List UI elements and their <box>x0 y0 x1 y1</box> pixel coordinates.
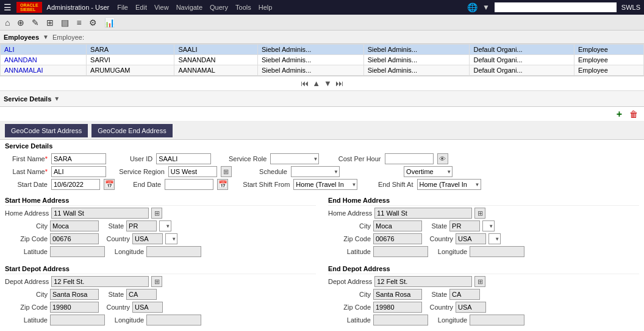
start-home-state-input[interactable] <box>126 220 157 231</box>
end-home-state-input[interactable] <box>449 220 480 231</box>
end-depot-zip-input[interactable] <box>373 302 422 313</box>
nav-last-icon[interactable]: ⏭ <box>335 79 343 88</box>
toolbar-chart-icon[interactable]: 📊 <box>102 16 117 29</box>
toolbar-new-icon[interactable]: ⊕ <box>15 16 27 29</box>
end-home-address-input[interactable] <box>374 208 472 219</box>
end-home-zip-input[interactable] <box>373 233 422 244</box>
toolbar-home-icon[interactable]: ⌂ <box>2 16 12 29</box>
cost-per-hour-input[interactable] <box>385 153 434 164</box>
hamburger-icon[interactable]: ☰ <box>4 2 12 12</box>
start-home-address-lookup-btn[interactable]: ⊞ <box>151 208 162 219</box>
end-date-input[interactable] <box>165 179 213 190</box>
start-home-zip-input[interactable] <box>50 233 99 244</box>
start-date-input[interactable] <box>51 179 100 190</box>
app-title: Administration - User <box>47 4 110 11</box>
end-depot-address-lookup-btn[interactable]: ⊞ <box>474 276 485 287</box>
employee-last-name-link[interactable]: ALI <box>4 46 15 53</box>
add-record-button[interactable]: + <box>614 107 624 121</box>
start-home-country-input[interactable] <box>132 233 163 244</box>
start-depot-city-input[interactable] <box>50 289 99 300</box>
section-dropdown-arrow[interactable]: ▼ <box>54 95 60 102</box>
schedule-select[interactable] <box>291 166 340 177</box>
end-home-country-label: Country <box>429 235 453 242</box>
first-name-input[interactable] <box>51 153 106 164</box>
toolbar-menu-icon[interactable]: ≡ <box>74 16 84 29</box>
menu-bar: File Edit View Navigate Query Tools Help <box>114 2 275 12</box>
delete-record-button[interactable]: 🗑 <box>627 108 640 120</box>
geocode-start-button[interactable]: GeoCode Start Address <box>5 124 88 137</box>
end-depot-longitude-input[interactable] <box>470 315 524 326</box>
start-depot-state-input[interactable] <box>126 289 157 300</box>
table-cell: Employee <box>574 65 643 76</box>
employee-sub-label: Employee: <box>52 34 84 41</box>
start-depot-zip-input[interactable] <box>50 302 99 313</box>
search-input[interactable] <box>495 2 617 12</box>
start-home-address-input[interactable] <box>51 208 149 219</box>
toolbar-columns-icon[interactable]: ⚙ <box>87 16 99 29</box>
nav-first-icon[interactable]: ⏮ <box>301 79 309 88</box>
end-home-city-input[interactable] <box>373 220 422 231</box>
menu-edit[interactable]: Edit <box>132 2 150 12</box>
table-row[interactable]: ALI SARA SAALI Siebel Adminis... Siebel … <box>1 45 644 55</box>
employee-last-name-link[interactable]: ANNAMALAI <box>4 67 43 74</box>
section-title: Service Details <box>4 95 51 103</box>
overtime-select[interactable]: Overtime <box>404 166 453 177</box>
dropdown-icon[interactable]: ▼ <box>482 3 490 12</box>
table-cell: Default Organi... <box>470 65 574 76</box>
menu-file[interactable]: File <box>114 2 131 12</box>
menu-query[interactable]: Query <box>207 2 231 12</box>
start-depot-address-lookup-btn[interactable]: ⊞ <box>151 276 162 287</box>
last-name-input[interactable] <box>51 166 106 177</box>
end-depot-city-input[interactable] <box>373 289 422 300</box>
start-depot-country-input[interactable] <box>132 302 163 313</box>
menu-tools[interactable]: Tools <box>232 2 254 12</box>
end-home-country-select[interactable] <box>488 233 501 244</box>
menu-navigate[interactable]: Navigate <box>173 2 206 12</box>
eye-icon[interactable]: 👁 <box>437 153 448 164</box>
start-home-state-select[interactable] <box>159 220 171 231</box>
end-date-cal-btn[interactable]: 📅 <box>217 179 228 190</box>
employee-table: ALI SARA SAALI Siebel Adminis... Siebel … <box>0 44 644 76</box>
end-home-state-select[interactable] <box>482 220 495 231</box>
toolbar-list-icon[interactable]: ▤ <box>59 16 71 29</box>
end-shift-select[interactable]: Home (Travel In <box>417 179 481 190</box>
nav-next-icon[interactable]: ▼ <box>324 79 332 88</box>
service-role-select[interactable] <box>270 153 319 164</box>
end-depot-state-input[interactable] <box>449 289 480 300</box>
last-name-label: Last Name <box>5 168 48 175</box>
table-row[interactable]: ANANDAN SARVI SANANDAN Siebel Adminis...… <box>1 55 644 65</box>
geocode-end-button[interactable]: GeoCode End Address <box>91 124 173 137</box>
end-home-longitude-input[interactable] <box>470 246 524 257</box>
start-home-country-select[interactable] <box>165 233 177 244</box>
service-region-lookup-btn[interactable]: ⊞ <box>221 166 232 177</box>
end-depot-country-input[interactable] <box>456 302 486 313</box>
main-content: + 🗑 GeoCode Start Address GeoCode End Ad… <box>0 107 644 331</box>
toolbar-copy-icon[interactable]: ⊞ <box>44 16 56 29</box>
employees-dropdown-arrow[interactable]: ▼ <box>43 34 49 40</box>
start-home-longitude-input[interactable] <box>146 246 201 257</box>
start-home-latitude-input[interactable] <box>50 246 105 257</box>
menu-view[interactable]: View <box>151 2 172 12</box>
start-depot-zip-label: Zip Code <box>5 304 48 311</box>
user-id-input[interactable] <box>156 153 211 164</box>
toolbar-edit-icon[interactable]: ✎ <box>29 16 41 29</box>
employee-last-name-link[interactable]: ANANDAN <box>4 56 37 64</box>
end-home-latitude-input[interactable] <box>373 246 428 257</box>
start-depot-latitude-input[interactable] <box>50 315 105 326</box>
start-shift-select[interactable]: Home (Travel In <box>293 179 357 190</box>
end-depot-latitude-input[interactable] <box>373 315 428 326</box>
menu-help[interactable]: Help <box>256 2 276 12</box>
end-home-address-lookup-btn[interactable]: ⊞ <box>474 208 485 219</box>
start-depot-longitude-input[interactable] <box>146 315 201 326</box>
end-shift-wrapper: Home (Travel In <box>417 179 481 190</box>
table-row[interactable]: ANNAMALAI ARUMUGAM AANNAMAL Siebel Admin… <box>1 65 644 76</box>
end-home-country-input[interactable] <box>456 233 486 244</box>
end-depot-latitude-label: Latitude <box>328 316 371 324</box>
globe-icon: 🌐 <box>467 2 478 12</box>
end-depot-address-input[interactable] <box>374 276 472 287</box>
nav-prev-icon[interactable]: ▲ <box>312 79 320 88</box>
service-region-input[interactable] <box>168 166 217 177</box>
start-depot-address-input[interactable] <box>51 276 149 287</box>
start-home-city-input[interactable] <box>50 220 99 231</box>
start-date-cal-btn[interactable]: 📅 <box>104 179 115 190</box>
